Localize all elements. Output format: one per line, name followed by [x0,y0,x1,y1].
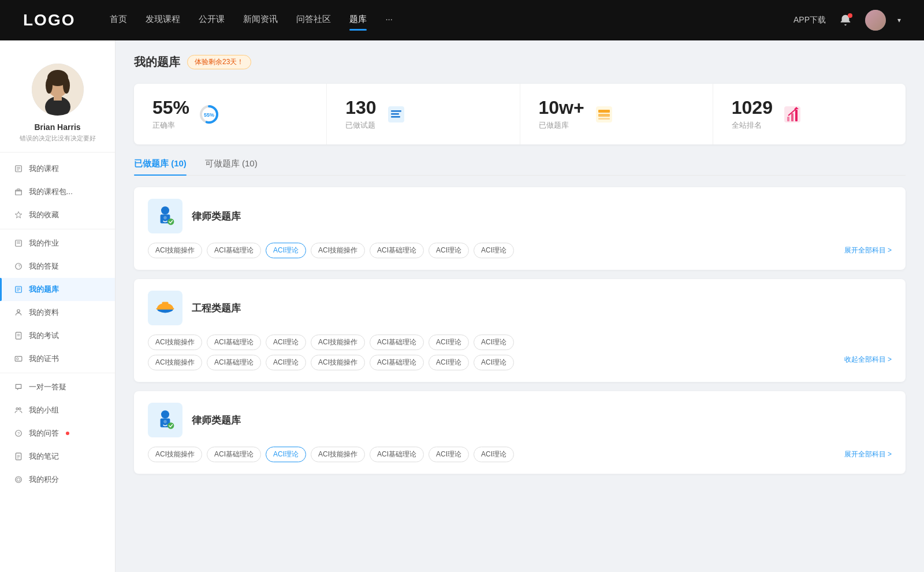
tag-1-3[interactable]: ACI理论 [266,243,306,258]
tag-1-5[interactable]: ACI基础理论 [370,243,424,258]
tag-3-3[interactable]: ACI理论 [266,447,306,462]
nav-link-home[interactable]: 首页 [110,14,127,27]
banks-icon [594,104,614,125]
tag-2-5[interactable]: ACI基础理论 [370,335,424,350]
profile-motto: 错误的决定比没有决定要好 [20,134,96,143]
qbank-card-engineer: 工程类题库 ACI技能操作 ACI基础理论 ACI理论 ACI技能操作 ACI基… [134,279,906,382]
tag-2-4[interactable]: ACI技能操作 [311,335,365,350]
tag-2b-6[interactable]: ACI理论 [429,355,469,370]
tag-3-4[interactable]: ACI技能操作 [311,447,365,462]
main-content: 我的题库 体验剩余23天！ 55% 正确率 55% [116,40,924,572]
tag-2-1[interactable]: ACI技能操作 [148,335,202,350]
tag-1-4[interactable]: ACI技能操作 [311,243,365,258]
expand-link-1[interactable]: 展开全部科目 > [844,246,892,255]
svg-rect-54 [795,110,798,121]
sidebar-item-certificate[interactable]: 我的证书 [0,347,115,370]
sidebar-item-one-on-one[interactable]: 一对一答疑 [0,376,115,399]
qbank-icon [14,285,23,294]
rank-label: 全站排名 [732,120,773,131]
sidebar-item-homework[interactable]: 我的作业 [0,232,115,255]
sidebar-item-my-questions[interactable]: ? 我的问答 [0,422,115,445]
tag-3-1[interactable]: ACI技能操作 [148,447,202,462]
sidebar-item-qbank[interactable]: 我的题库 [0,278,115,301]
exam-icon [14,331,23,340]
user-avatar[interactable] [865,10,886,31]
svg-point-5 [46,77,53,94]
svg-marker-14 [15,211,22,218]
collapse-link-2[interactable]: 收起全部科目 > [844,355,892,370]
tab-done[interactable]: 已做题库 (10) [134,158,187,175]
tag-2b-1[interactable]: ACI技能操作 [148,355,202,370]
tab-available[interactable]: 可做题库 (10) [205,158,258,175]
tag-3-7[interactable]: ACI理论 [474,447,514,462]
nav-link-qbank[interactable]: 题库 [349,14,367,27]
nav-link-news[interactable]: 新闻资讯 [243,14,278,27]
tag-3-2[interactable]: ACI基础理论 [207,447,261,462]
tag-1-1[interactable]: ACI技能操作 [148,243,202,258]
stat-rank: 1029 全站排名 [713,84,906,144]
tag-2-2[interactable]: ACI基础理论 [207,335,261,350]
group-icon [14,406,23,415]
rank-value: 1029 [732,98,773,118]
navbar: LOGO 首页 发现课程 公开课 新闻资讯 问答社区 题库 ··· APP下载 … [0,0,924,40]
svg-point-24 [17,310,20,313]
notification-bell[interactable] [837,12,854,28]
qbank-card-lawyer-2: 律师类题库 ACI技能操作 ACI基础理论 ACI理论 ACI技能操作 ACI基… [134,391,906,474]
svg-point-63 [161,410,169,418]
tag-3-5[interactable]: ACI基础理论 [370,447,424,462]
accuracy-value: 55% [152,98,189,118]
sidebar-item-favorites[interactable]: 我的收藏 [0,203,115,226]
tag-2b-3[interactable]: ACI理论 [266,355,306,370]
course-package-icon [14,187,23,196]
tag-1-2[interactable]: ACI基础理论 [207,243,261,258]
banks-label: 已做题库 [539,120,584,131]
tag-2-7[interactable]: ACI理论 [474,335,514,350]
sidebar-item-group[interactable]: 我的小组 [0,399,115,422]
tag-1-7[interactable]: ACI理论 [474,243,514,258]
tag-2b-2[interactable]: ACI基础理论 [207,355,261,370]
nav-link-qa[interactable]: 问答社区 [296,14,331,27]
sidebar: Brian Harris 错误的决定比没有决定要好 我的课程 我的课程包... [0,40,116,572]
tag-2-6[interactable]: ACI理论 [429,335,469,350]
trial-badge: 体验剩余23天！ [187,55,251,69]
svg-point-58 [163,216,167,220]
svg-rect-45 [391,113,399,115]
tag-1-6[interactable]: ACI理论 [429,243,469,258]
qbank-lawyer2-icon [148,403,182,437]
svg-rect-44 [391,110,401,112]
sidebar-item-notes[interactable]: 我的笔记 [0,445,115,468]
page-header: 我的题库 体验剩余23天！ [134,54,906,70]
sidebar-item-profile[interactable]: 我的资料 [0,301,115,324]
sidebar-item-exam[interactable]: 我的考试 [0,324,115,347]
nav-link-open-course[interactable]: 公开课 [199,14,225,27]
nav-logo: LOGO [23,11,75,29]
sidebar-item-qa-mine[interactable]: ? 我的答疑 [0,255,115,278]
sidebar-item-my-course[interactable]: 我的课程 [0,157,115,180]
app-download-button[interactable]: APP下载 [793,15,826,25]
tag-3-6[interactable]: ACI理论 [429,447,469,462]
expand-link-3[interactable]: 展开全部科目 > [844,450,892,459]
sidebar-item-points[interactable]: 我的积分 [0,468,115,491]
svg-point-6 [63,77,70,94]
points-icon [14,475,23,484]
svg-point-31 [19,408,21,410]
tag-2b-5[interactable]: ACI基础理论 [370,355,424,370]
qbank-card-lawyer-1: 律师类题库 ACI技能操作 ACI基础理论 ACI理论 ACI技能操作 ACI基… [134,187,906,270]
nav-link-more[interactable]: ··· [385,14,393,27]
tag-2b-7[interactable]: ACI理论 [474,355,514,370]
question-red-dot [66,432,69,435]
svg-point-30 [16,408,18,410]
nav-link-discover[interactable]: 发现课程 [146,14,180,27]
tags-row-3: ACI技能操作 ACI基础理论 ACI理论 ACI技能操作 ACI基础理论 AC… [148,447,892,462]
tag-2-3[interactable]: ACI理论 [266,335,306,350]
certificate-icon [14,354,23,363]
user-menu-chevron[interactable]: ▾ [897,16,901,24]
nav-right: APP下载 ▾ [793,10,901,31]
chat-icon [14,382,23,392]
svg-rect-13 [17,189,20,190]
svg-point-66 [167,422,174,429]
sidebar-item-course-package[interactable]: 我的课程包... [0,180,115,203]
homework-icon [14,239,23,248]
sidebar-profile: Brian Harris 错误的决定比没有决定要好 [0,52,115,153]
tag-2b-4[interactable]: ACI技能操作 [311,355,365,370]
